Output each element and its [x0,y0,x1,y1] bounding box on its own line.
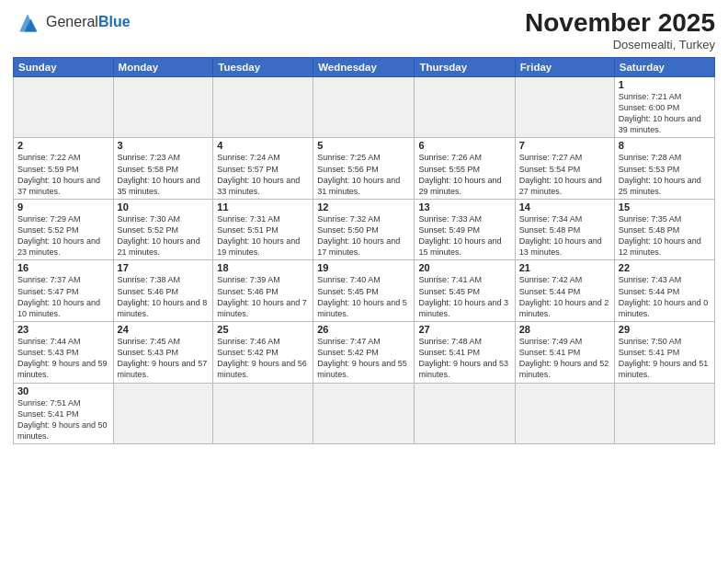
day-number: 3 [118,140,210,151]
day-info: Sunrise: 7:30 AM Sunset: 5:52 PM Dayligh… [118,213,210,259]
day-number: 19 [317,262,410,273]
calendar-cell: 6Sunrise: 7:26 AM Sunset: 5:55 PM Daylig… [415,138,515,200]
calendar-table: SundayMondayTuesdayWednesdayThursdayFrid… [13,57,715,444]
day-number: 4 [217,140,309,151]
day-info: Sunrise: 7:24 AM Sunset: 5:57 PM Dayligh… [217,152,309,197]
calendar-cell: 8Sunrise: 7:28 AM Sunset: 5:53 PM Daylig… [614,138,714,200]
logo: GeneralBlue [13,9,131,35]
calendar-cell [415,383,515,444]
day-info: Sunrise: 7:44 AM Sunset: 5:43 PM Dayligh… [17,336,109,381]
calendar-cell [313,76,415,138]
calendar-cell: 18Sunrise: 7:39 AM Sunset: 5:46 PM Dayli… [213,260,313,322]
day-number: 21 [519,262,610,273]
day-info: Sunrise: 7:26 AM Sunset: 5:55 PM Dayligh… [418,152,510,197]
calendar-week-3: 16Sunrise: 7:37 AM Sunset: 5:47 PM Dayli… [14,260,715,322]
day-number: 2 [17,140,109,151]
title-block: November 2025 Dosemealti, Turkey [525,9,715,52]
calendar-week-5: 30Sunrise: 7:51 AM Sunset: 5:41 PM Dayli… [14,383,715,444]
calendar-cell: 9Sunrise: 7:29 AM Sunset: 5:52 PM Daylig… [14,199,114,260]
day-number: 9 [17,201,109,213]
calendar-cell [415,76,515,138]
calendar-cell: 11Sunrise: 7:31 AM Sunset: 5:51 PM Dayli… [213,199,313,260]
day-number: 8 [619,140,711,151]
calendar-cell: 5Sunrise: 7:25 AM Sunset: 5:56 PM Daylig… [313,138,415,200]
calendar-cell: 2Sunrise: 7:22 AM Sunset: 5:59 PM Daylig… [14,138,114,200]
calendar-cell: 7Sunrise: 7:27 AM Sunset: 5:54 PM Daylig… [515,138,614,200]
calendar-cell: 24Sunrise: 7:45 AM Sunset: 5:43 PM Dayli… [113,322,213,384]
day-info: Sunrise: 7:35 AM Sunset: 5:48 PM Dayligh… [619,213,711,259]
day-info: Sunrise: 7:34 AM Sunset: 5:48 PM Dayligh… [519,213,610,259]
day-info: Sunrise: 7:23 AM Sunset: 5:58 PM Dayligh… [118,152,210,197]
calendar-cell: 21Sunrise: 7:42 AM Sunset: 5:44 PM Dayli… [515,260,614,322]
day-number: 25 [217,324,309,335]
day-info: Sunrise: 7:27 AM Sunset: 5:54 PM Dayligh… [519,152,610,197]
col-header-sunday: Sunday [14,57,114,76]
day-number: 29 [619,324,711,335]
logo-icon [13,9,42,35]
calendar-cell: 16Sunrise: 7:37 AM Sunset: 5:47 PM Dayli… [14,260,114,322]
calendar-week-4: 23Sunrise: 7:44 AM Sunset: 5:43 PM Dayli… [14,322,715,384]
calendar-cell: 26Sunrise: 7:47 AM Sunset: 5:42 PM Dayli… [313,322,415,384]
logo-text: GeneralBlue [46,14,131,30]
day-info: Sunrise: 7:43 AM Sunset: 5:44 PM Dayligh… [619,274,711,319]
calendar-cell: 14Sunrise: 7:34 AM Sunset: 5:48 PM Dayli… [515,199,614,260]
day-info: Sunrise: 7:31 AM Sunset: 5:51 PM Dayligh… [217,213,309,259]
day-number: 10 [118,201,210,213]
day-info: Sunrise: 7:21 AM Sunset: 6:00 PM Dayligh… [619,91,711,136]
logo-blue: Blue [98,14,131,29]
col-header-monday: Monday [113,57,213,76]
day-info: Sunrise: 7:32 AM Sunset: 5:50 PM Dayligh… [317,213,410,259]
calendar-cell: 3Sunrise: 7:23 AM Sunset: 5:58 PM Daylig… [113,138,213,200]
calendar-week-2: 9Sunrise: 7:29 AM Sunset: 5:52 PM Daylig… [14,199,715,260]
col-header-wednesday: Wednesday [313,57,415,76]
calendar-cell: 17Sunrise: 7:38 AM Sunset: 5:46 PM Dayli… [113,260,213,322]
day-number: 15 [619,201,711,213]
day-number: 6 [418,140,510,151]
calendar-cell: 22Sunrise: 7:43 AM Sunset: 5:44 PM Dayli… [614,260,714,322]
logo-general: General [46,14,98,29]
calendar-week-1: 2Sunrise: 7:22 AM Sunset: 5:59 PM Daylig… [14,138,715,200]
calendar-cell [313,383,415,444]
calendar-cell: 4Sunrise: 7:24 AM Sunset: 5:57 PM Daylig… [213,138,313,200]
calendar-cell: 15Sunrise: 7:35 AM Sunset: 5:48 PM Dayli… [614,199,714,260]
calendar-week-0: 1Sunrise: 7:21 AM Sunset: 6:00 PM Daylig… [14,76,715,138]
calendar-header-row: SundayMondayTuesdayWednesdayThursdayFrid… [14,57,715,76]
day-number: 26 [317,324,410,335]
day-number: 24 [118,324,210,335]
calendar-cell [614,383,714,444]
day-number: 18 [217,262,309,273]
day-number: 20 [418,262,510,273]
day-info: Sunrise: 7:49 AM Sunset: 5:41 PM Dayligh… [519,336,610,381]
month-title: November 2025 [525,9,715,38]
day-info: Sunrise: 7:41 AM Sunset: 5:45 PM Dayligh… [418,274,510,319]
day-info: Sunrise: 7:50 AM Sunset: 5:41 PM Dayligh… [619,336,711,381]
page: GeneralBlue November 2025 Dosemealti, Tu… [0,0,728,563]
col-header-friday: Friday [515,57,614,76]
day-number: 27 [418,324,510,335]
day-info: Sunrise: 7:45 AM Sunset: 5:43 PM Dayligh… [118,336,210,381]
calendar-cell: 28Sunrise: 7:49 AM Sunset: 5:41 PM Dayli… [515,322,614,384]
day-info: Sunrise: 7:39 AM Sunset: 5:46 PM Dayligh… [217,274,309,319]
calendar-cell: 20Sunrise: 7:41 AM Sunset: 5:45 PM Dayli… [415,260,515,322]
location-subtitle: Dosemealti, Turkey [525,38,715,52]
day-info: Sunrise: 7:28 AM Sunset: 5:53 PM Dayligh… [619,152,711,197]
day-info: Sunrise: 7:46 AM Sunset: 5:42 PM Dayligh… [217,336,309,381]
day-info: Sunrise: 7:29 AM Sunset: 5:52 PM Dayligh… [17,213,109,259]
day-number: 17 [118,262,210,273]
calendar-cell: 1Sunrise: 7:21 AM Sunset: 6:00 PM Daylig… [614,76,714,138]
calendar-cell: 29Sunrise: 7:50 AM Sunset: 5:41 PM Dayli… [614,322,714,384]
col-header-saturday: Saturday [614,57,714,76]
day-info: Sunrise: 7:37 AM Sunset: 5:47 PM Dayligh… [17,274,109,319]
calendar-cell: 19Sunrise: 7:40 AM Sunset: 5:45 PM Dayli… [313,260,415,322]
day-number: 13 [418,201,510,213]
calendar-cell: 25Sunrise: 7:46 AM Sunset: 5:42 PM Dayli… [213,322,313,384]
day-number: 23 [17,324,109,335]
calendar-cell [113,383,213,444]
day-number: 16 [17,262,109,273]
day-number: 30 [17,385,109,396]
calendar-cell [14,76,114,138]
day-info: Sunrise: 7:22 AM Sunset: 5:59 PM Dayligh… [17,152,109,197]
day-info: Sunrise: 7:38 AM Sunset: 5:46 PM Dayligh… [118,274,210,319]
day-info: Sunrise: 7:25 AM Sunset: 5:56 PM Dayligh… [317,152,410,197]
day-number: 7 [519,140,610,151]
